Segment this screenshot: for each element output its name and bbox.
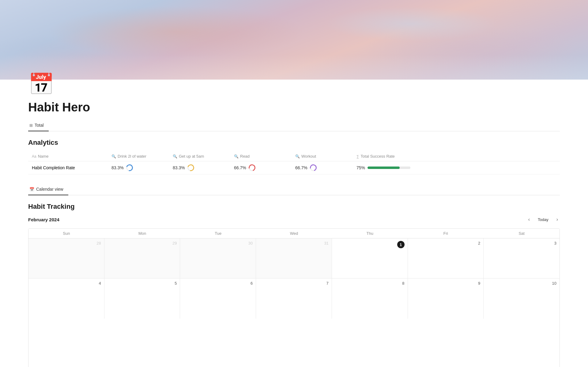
col-header-workout: 🔍 Workout xyxy=(292,152,353,161)
analytics-section: Analytics Aa Name 🔍 Drink 2l of water xyxy=(28,139,560,174)
calendar-day-feb5[interactable]: 5 xyxy=(104,279,180,319)
calendar-day-31[interactable]: 31 xyxy=(256,238,332,278)
calendar-header: February 2024 ‹ Today › xyxy=(28,215,560,223)
name-icon: Aa xyxy=(32,154,36,159)
calendar-day-feb4[interactable]: 4 xyxy=(28,279,104,319)
calendar-weeks: 28 29 30 31 1 2 xyxy=(28,238,560,367)
search-icon-getup: 🔍 xyxy=(173,154,177,159)
next-month-button[interactable]: › xyxy=(555,215,560,223)
day-header-wed: Wed xyxy=(256,229,332,238)
page-icon: 📅 xyxy=(28,73,53,98)
progress-bar xyxy=(368,167,410,169)
ring-workout xyxy=(309,163,318,172)
analytics-title: Analytics xyxy=(28,139,560,147)
ring-drink xyxy=(125,163,134,172)
cell-getup: 83.3% xyxy=(169,161,230,174)
day-header-mon: Mon xyxy=(104,229,180,238)
day-header-thu: Thu xyxy=(332,229,408,238)
calendar-day-feb7[interactable]: 7 xyxy=(256,279,332,319)
cell-total: 75% xyxy=(353,161,560,174)
analytics-table: Aa Name 🔍 Drink 2l of water 🔍 Ge xyxy=(28,152,560,174)
calendar-day-feb1[interactable]: 1 xyxy=(332,238,408,278)
page-content: 📅 Habit Hero ⊞ Total Analytics Aa Name xyxy=(0,73,588,367)
calendar-day-feb6[interactable]: 6 xyxy=(180,279,256,319)
calendar-day-feb2[interactable]: 2 xyxy=(408,238,484,278)
tab-total[interactable]: ⊞ Total xyxy=(28,120,49,131)
search-icon-drink: 🔍 xyxy=(111,154,116,159)
calendar-day-feb9[interactable]: 9 xyxy=(408,279,484,319)
cell-workout: 66.7% xyxy=(292,161,353,174)
habit-tracking-title: Habit Tracking xyxy=(28,203,560,211)
ring-read xyxy=(247,163,257,172)
sum-icon: ∑ xyxy=(356,154,359,159)
calendar-day-29[interactable]: 29 xyxy=(104,238,180,278)
calendar-tabs-bar: 📅 Calendar view xyxy=(28,184,560,195)
calendar-day-feb8[interactable]: 8 xyxy=(332,279,408,319)
col-header-getup: 🔍 Get up at 5am xyxy=(169,152,230,161)
table-icon: ⊞ xyxy=(29,123,33,128)
table-row: Habit Completion Rate 83.3% 83.3% xyxy=(28,161,560,174)
today-button[interactable]: Today xyxy=(535,216,551,223)
calendar-day-feb3[interactable]: 3 xyxy=(484,238,560,278)
col-header-name: Aa Name xyxy=(28,152,108,161)
calendar-day-30[interactable]: 30 xyxy=(180,238,256,278)
hero-banner xyxy=(0,0,588,80)
day-header-tue: Tue xyxy=(180,229,256,238)
tabs-bar: ⊞ Total xyxy=(28,120,560,131)
cell-read: 66.7% xyxy=(230,161,292,174)
calendar-tab-icon: 📅 xyxy=(29,187,34,192)
cell-name: Habit Completion Rate xyxy=(28,161,108,174)
cell-drink: 83.3% xyxy=(108,161,169,174)
day-header-fri: Fri xyxy=(408,229,484,238)
day-header-sat: Sat xyxy=(484,229,560,238)
page-title: Habit Hero xyxy=(28,100,560,114)
day-header-sun: Sun xyxy=(28,229,104,238)
calendar-day-feb10[interactable]: 10 xyxy=(484,279,560,319)
col-header-drink: 🔍 Drink 2l of water xyxy=(108,152,169,161)
tab-calendar[interactable]: 📅 Calendar view xyxy=(28,184,68,195)
calendar-day-28[interactable]: 28 xyxy=(28,238,104,278)
col-header-total: ∑ Total Success Rate xyxy=(353,152,560,161)
ring-getup xyxy=(186,163,195,172)
col-header-read: 🔍 Read xyxy=(230,152,292,161)
calendar-section: 📅 Calendar view Habit Tracking February … xyxy=(28,184,560,367)
progress-fill xyxy=(368,167,400,169)
calendar-grid: Sun Mon Tue Wed Thu Fri Sat 28 29 xyxy=(28,228,560,367)
search-icon-read: 🔍 xyxy=(234,154,239,159)
calendar-month: February 2024 xyxy=(28,217,59,222)
search-icon-workout: 🔍 xyxy=(295,154,300,159)
calendar-nav: ‹ Today › xyxy=(526,215,560,223)
calendar-week-1: 28 29 30 31 1 2 xyxy=(28,238,560,279)
day-headers: Sun Mon Tue Wed Thu Fri Sat xyxy=(28,229,560,238)
prev-month-button[interactable]: ‹ xyxy=(526,215,532,223)
calendar-week-2: 4 5 6 7 8 9 xyxy=(28,279,560,319)
